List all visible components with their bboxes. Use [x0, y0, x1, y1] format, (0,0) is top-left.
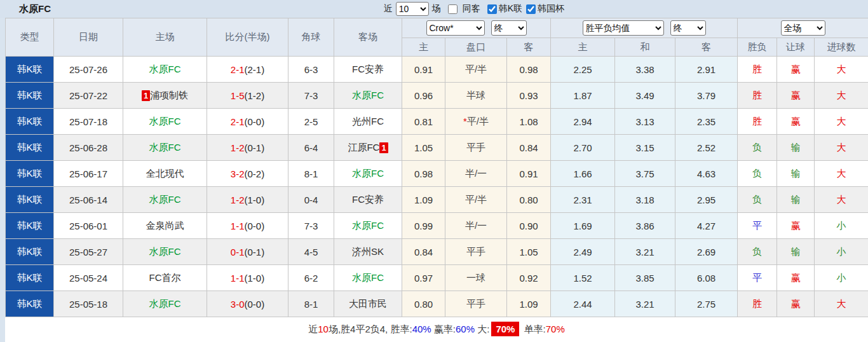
recent-count-select[interactable]: 10: [396, 2, 429, 16]
away-cell: FC安养: [334, 57, 402, 83]
away-team-name: 大田市民: [349, 298, 387, 309]
handicap-result-cell: 输: [777, 135, 815, 161]
score-cell: 2-1(2-1): [207, 57, 288, 83]
halftime-score: (1-2): [245, 90, 265, 101]
handicap-result-cell: 输: [777, 239, 815, 265]
odds-company-select[interactable]: Crow*: [426, 20, 485, 36]
avg-type-select[interactable]: 胜平负均值: [583, 20, 664, 36]
subcol-handicap: 盘口: [445, 38, 507, 57]
avg-time-select[interactable]: 终: [670, 20, 706, 36]
halftime-score: (0-0): [245, 221, 265, 231]
halftime-score: (1-0): [245, 195, 265, 205]
avg-draw-cell: 3.49: [615, 83, 675, 109]
corners-cell: 6-2: [288, 265, 334, 291]
table-row: 韩K联 25-06-01 金泉尚武 1-1(0-0) 7-3 水原FC 0.99…: [6, 213, 868, 239]
scope-select-group: 全场: [738, 18, 868, 38]
date-cell: 25-06-14: [54, 187, 123, 213]
subcol-odds-home: 主: [402, 38, 445, 57]
away-team-name: FC安养: [352, 64, 384, 74]
col-header-date: 日期: [54, 18, 123, 57]
away-cell: 水原FC: [334, 213, 402, 239]
home-team-name: 水原FC: [149, 116, 181, 127]
handicap-cell: 半/一: [445, 213, 507, 239]
odds-away-cell: 1.09: [507, 291, 551, 317]
avg-home-cell: 1.66: [551, 161, 615, 187]
corners-cell: 8-1: [288, 291, 334, 317]
fulltime-score: 2-1: [231, 64, 245, 75]
date-cell: 25-06-28: [54, 135, 123, 161]
fulltime-score: 1-1: [231, 273, 245, 284]
result-cell: 负: [738, 135, 777, 161]
result-cell: 负: [738, 187, 777, 213]
subcol-avg-home: 主: [551, 38, 615, 57]
odds-time-select[interactable]: 终: [491, 20, 527, 36]
score-cell: 1-2(1-0): [207, 187, 288, 213]
avg-draw-cell: 3.86: [615, 213, 675, 239]
fulltime-score: 1-2: [231, 142, 245, 153]
date-cell: 25-06-01: [54, 213, 123, 239]
home-cell: 水原FC: [123, 187, 207, 213]
date-cell: 25-07-26: [54, 57, 123, 83]
corners-cell: 6-3: [288, 57, 334, 83]
same-venue-checkbox[interactable]: [448, 4, 458, 14]
date-cell: 25-05-18: [54, 291, 123, 317]
result-cell: 平: [738, 265, 777, 291]
avg-home-cell: 1.87: [551, 83, 615, 109]
corners-cell: 8-1: [288, 161, 334, 187]
home-team-name: 全北现代: [146, 168, 184, 179]
fulltime-score: 0-1: [231, 247, 245, 257]
col-header-handicap-result: 让球: [777, 38, 815, 57]
scope-select[interactable]: 全场: [781, 20, 825, 36]
home-team-name: 水原FC: [149, 194, 181, 205]
page-title: 水原FC: [0, 3, 51, 15]
odds-away-cell: 0.92: [507, 265, 551, 291]
away-cell: 大田市民: [334, 291, 402, 317]
rank-badge: 1: [379, 142, 388, 153]
table-row: 韩K联 25-06-17 全北现代 3-2(0-2) 8-1 水原FC 0.98…: [6, 161, 868, 187]
handicap-cell: 平/半: [445, 57, 507, 83]
home-team-name: 水原FC: [149, 64, 181, 74]
away-cell: 光州FC: [334, 109, 402, 135]
recent-label: 近: [384, 3, 393, 15]
home-team-name: 水原FC: [149, 298, 181, 309]
avg-draw-cell: 3.38: [615, 57, 675, 83]
league-checkbox[interactable]: [487, 4, 497, 14]
handicap-cell: *平/半: [445, 109, 507, 135]
left-margin-strip: [0, 0, 5, 342]
table-row: 韩K联 25-07-18 水原FC 2-1(0-0) 2-5 光州FC 0.81…: [6, 109, 868, 135]
avg-draw-cell: 3.85: [615, 265, 675, 291]
result-cell: 胜: [738, 57, 777, 83]
subcol-odds-away: 客: [507, 38, 551, 57]
table-row: 韩K联 25-06-14 水原FC 1-2(1-0) 0-4 FC安养 1.09…: [6, 187, 868, 213]
score-cell: 1-1(0-0): [207, 213, 288, 239]
avg-away-cell: 2.91: [675, 57, 738, 83]
home-team-name: 浦项制铁: [150, 90, 188, 100]
league-cell: 韩K联: [6, 161, 54, 187]
footer-recent-label: 近: [308, 324, 318, 334]
cup-checkbox[interactable]: [526, 4, 536, 14]
handicap-result-cell: 赢: [777, 83, 815, 109]
home-team-name: 水原FC: [149, 142, 181, 153]
away-cell: 水原FC: [334, 265, 402, 291]
away-cell: 水原FC: [334, 83, 402, 109]
fulltime-score: 2-1: [231, 116, 245, 127]
away-team-name: 水原FC: [352, 272, 384, 283]
home-cell: 水原FC: [123, 109, 207, 135]
summary-footer: 近10场,胜4平2负4, 胜率:40% 赢率:60% 大:70% 单率:70%: [5, 317, 868, 342]
footer-winrate-label: 胜率:: [388, 324, 412, 334]
result-cell: 胜: [738, 83, 777, 109]
odds-away-cell: 0.98: [507, 57, 551, 83]
away-team-name: 光州FC: [352, 116, 384, 127]
fulltime-score: 1-2: [231, 195, 245, 205]
col-header-type: 类型: [6, 18, 54, 57]
league-cell: 韩K联: [6, 291, 54, 317]
goals-cell: 小: [815, 265, 868, 291]
avg-away-cell: 4.27: [675, 213, 738, 239]
corners-cell: 7-3: [288, 213, 334, 239]
goals-cell: 大: [815, 57, 868, 83]
fulltime-score: 1-5: [231, 90, 245, 101]
score-cell: 3-0(0-0): [207, 291, 288, 317]
league-cell: 韩K联: [6, 109, 54, 135]
footer-big-badge: 70%: [491, 322, 519, 336]
avg-home-cell: 1.52: [551, 265, 615, 291]
